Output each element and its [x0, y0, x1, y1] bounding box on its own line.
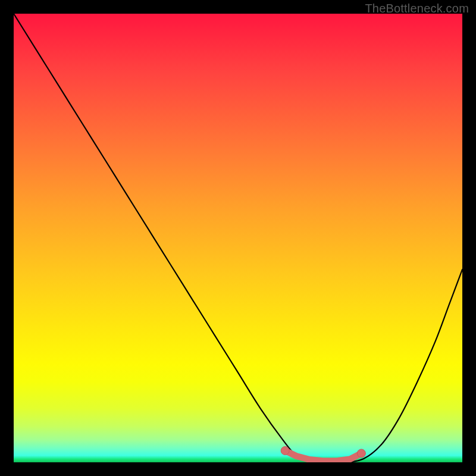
optimal-range-end-dot	[357, 449, 365, 458]
plot-area	[14, 14, 462, 462]
bottleneck-curve	[14, 14, 462, 462]
chart-frame: TheBottleneck.com	[0, 0, 476, 476]
optimal-range-markers	[281, 446, 365, 461]
watermark-text: TheBottleneck.com	[365, 2, 469, 15]
optimal-range-start-dot	[281, 446, 289, 455]
optimal-range-line	[285, 450, 361, 461]
chart-svg	[14, 14, 462, 462]
